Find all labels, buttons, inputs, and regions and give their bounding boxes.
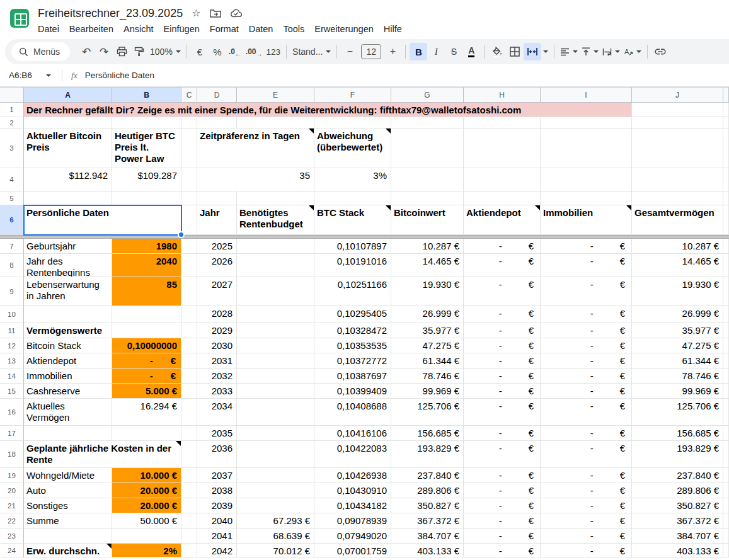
row-header-20[interactable]: 20: [0, 483, 24, 498]
cell-B12[interactable]: 0,10000000: [112, 338, 181, 353]
row-header-24[interactable]: 24: [0, 544, 24, 557]
cell-F6[interactable]: BTC Stack: [314, 205, 391, 235]
cell-B21[interactable]: 20.000 €: [112, 498, 181, 513]
search-menus-button[interactable]: Menüs: [11, 42, 70, 61]
cell-B2[interactable]: [112, 117, 181, 129]
cell-D14[interactable]: 2032: [197, 369, 237, 384]
cell-F22[interactable]: 0,09078939: [314, 513, 391, 529]
cell-A24[interactable]: Erw. durchschn.: [24, 544, 112, 557]
cell-B10[interactable]: [112, 306, 181, 323]
cell-C6[interactable]: [181, 205, 197, 235]
cell-H13[interactable]: -€: [464, 353, 541, 369]
cell-G12[interactable]: 47.275 €: [391, 338, 464, 353]
cell-D13[interactable]: 2031: [197, 353, 237, 369]
cell-K9[interactable]: [723, 277, 729, 306]
cell-A2[interactable]: [24, 117, 112, 129]
cell-A11[interactable]: Vermögenswerte: [24, 323, 112, 338]
row-header-21[interactable]: 21: [0, 498, 24, 513]
cell-H5[interactable]: [464, 191, 541, 205]
cell-C19[interactable]: [181, 468, 197, 483]
cell-E24[interactable]: 70.012 €: [237, 544, 314, 557]
cell-K7[interactable]: [723, 239, 729, 254]
cell-K5[interactable]: [723, 191, 729, 205]
cell-A3[interactable]: Aktueller Bitcoin Preis: [24, 129, 112, 168]
undo-button[interactable]: ↶: [77, 43, 95, 60]
cell-B24[interactable]: 2%: [112, 544, 181, 557]
formula-input[interactable]: Persönliche Daten: [85, 71, 154, 80]
cell-F23[interactable]: 0,07949020: [314, 529, 391, 544]
cell-J16[interactable]: 125.706 €: [632, 399, 723, 426]
cloud-status-icon[interactable]: [230, 9, 243, 18]
fill-color-button[interactable]: [488, 43, 506, 60]
cell-G6[interactable]: Bitcoinwert: [391, 205, 464, 235]
cell-K10[interactable]: [723, 306, 729, 323]
cell-H22[interactable]: -€: [464, 513, 541, 529]
column-header-A[interactable]: A: [24, 88, 112, 103]
cell-J20[interactable]: 289.806 €: [632, 483, 723, 498]
cell-H4[interactable]: [464, 168, 541, 191]
cell-C4[interactable]: [181, 168, 197, 191]
cell-F19[interactable]: 0,10426938: [314, 468, 391, 483]
row-header-18[interactable]: 18: [0, 441, 24, 468]
cell-H19[interactable]: -€: [464, 468, 541, 483]
cell-G18[interactable]: 193.829 €: [391, 441, 464, 468]
cell-G7[interactable]: 10.287 €: [391, 239, 464, 254]
row-header-19[interactable]: 19: [0, 468, 24, 483]
cell-G22[interactable]: 367.372 €: [391, 513, 464, 529]
cell-H6[interactable]: Aktiendepot: [464, 205, 541, 235]
cell-E13[interactable]: [237, 353, 314, 369]
cell-E5[interactable]: [237, 191, 314, 205]
cell-D18[interactable]: 2036: [197, 441, 237, 468]
cell-C13[interactable]: [181, 353, 197, 369]
cell-E19[interactable]: [237, 468, 314, 483]
cell-H21[interactable]: -€: [464, 498, 541, 513]
cell-H12[interactable]: -€: [464, 338, 541, 353]
horizontal-align-button[interactable]: [558, 43, 580, 60]
cell-I7[interactable]: -€: [541, 239, 632, 254]
cell-I16[interactable]: -€: [541, 399, 632, 426]
row-header-1[interactable]: 1: [0, 103, 24, 117]
cell-J22[interactable]: 367.372 €: [632, 513, 723, 529]
cell-K17[interactable]: [723, 426, 729, 441]
cell-B15[interactable]: 5.000 €: [112, 384, 181, 399]
row-header-14[interactable]: 14: [0, 369, 24, 384]
column-header-sliver[interactable]: [723, 88, 729, 103]
strikethrough-button[interactable]: S: [445, 43, 462, 60]
borders-button[interactable]: [506, 43, 524, 60]
cell-K1[interactable]: [723, 103, 729, 117]
cell-H3[interactable]: [464, 129, 541, 168]
cell-K13[interactable]: [723, 353, 729, 369]
cell-F8[interactable]: 0,10191016: [314, 254, 391, 277]
column-header-H[interactable]: H: [464, 88, 541, 103]
cell-J9[interactable]: 19.930 €: [632, 277, 723, 306]
cell-F14[interactable]: 0,10387697: [314, 369, 391, 384]
cell-D24[interactable]: 2042: [197, 544, 237, 557]
cell-A20[interactable]: Auto: [24, 483, 112, 498]
cell-E12[interactable]: [237, 338, 314, 353]
cell-E7[interactable]: [237, 239, 314, 254]
cell-I8[interactable]: -€: [541, 254, 632, 277]
font-size-input[interactable]: 12: [361, 44, 381, 59]
cell-J4[interactable]: [632, 168, 723, 191]
column-header-G[interactable]: G: [391, 88, 464, 103]
cell-B20[interactable]: 20.000 €: [112, 483, 181, 498]
cell-H18[interactable]: -€: [464, 441, 541, 468]
cell-H14[interactable]: -€: [464, 369, 541, 384]
cell-A15[interactable]: Cashreserve: [24, 384, 112, 399]
cell-K19[interactable]: [723, 468, 729, 483]
cell-I13[interactable]: -€: [541, 353, 632, 369]
cell-A21[interactable]: Sonstiges: [24, 498, 112, 513]
cell-H2[interactable]: [464, 117, 541, 129]
cell-K6[interactable]: [723, 205, 729, 235]
row-header-6[interactable]: 6: [0, 205, 24, 235]
cell-G3[interactable]: [391, 129, 464, 168]
sheets-logo-icon[interactable]: [10, 9, 29, 28]
row-header-2[interactable]: 2: [0, 117, 24, 129]
cell-J23[interactable]: 384.707 €: [632, 529, 723, 544]
row-header-11[interactable]: 11: [0, 323, 24, 338]
cell-H23[interactable]: -€: [464, 529, 541, 544]
cell-D23[interactable]: 2041: [197, 529, 237, 544]
cell-D8[interactable]: 2026: [197, 254, 237, 277]
cell-I18[interactable]: -€: [541, 441, 632, 468]
cell-B23[interactable]: [112, 529, 181, 544]
